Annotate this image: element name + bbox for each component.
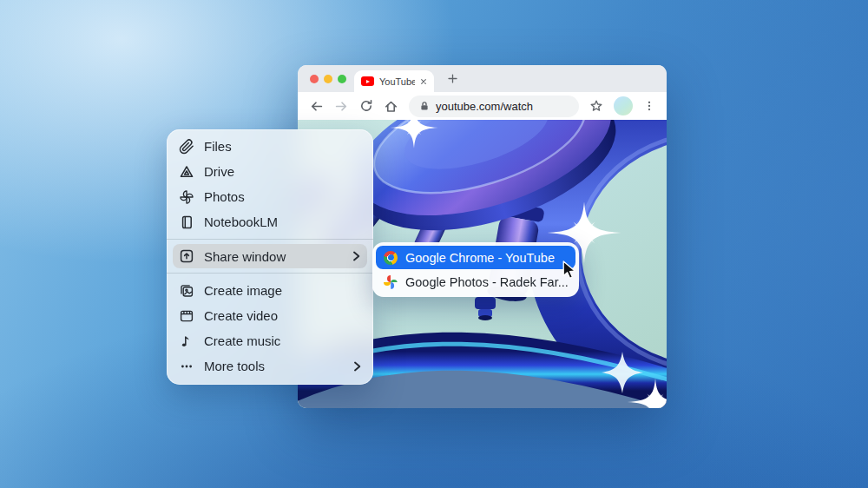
google-photos-icon — [384, 275, 398, 289]
lock-icon — [419, 101, 430, 111]
submenu-item-google-photos[interactable]: Google Photos - Radek Far... — [376, 270, 575, 293]
address-bar[interactable]: youtube.com/watch — [409, 96, 579, 117]
bookmark-star-icon[interactable] — [589, 99, 603, 113]
tab-youtube[interactable]: YouTube — [354, 70, 434, 92]
menu-item-label: More tools — [204, 359, 265, 373]
chevron-right-icon — [352, 250, 360, 262]
fullscreen-window-button[interactable] — [338, 75, 346, 83]
tab-title: YouTube — [379, 76, 415, 87]
menu-item-more-tools[interactable]: More tools — [167, 353, 373, 379]
mouse-cursor — [562, 260, 577, 280]
menu-divider — [167, 273, 373, 274]
tab-strip: YouTube — [298, 65, 667, 92]
profile-avatar[interactable] — [614, 96, 633, 115]
menu-item-share-window[interactable]: Share window — [173, 244, 367, 268]
url-text: youtube.com/watch — [436, 100, 533, 113]
minimize-window-button[interactable] — [324, 75, 332, 83]
desktop-background: YouTube — [0, 0, 868, 488]
notebook-icon — [178, 214, 194, 230]
share-window-submenu: Google Chrome - YouTube Google Photos - … — [372, 242, 579, 297]
menu-item-label: Drive — [204, 164, 234, 179]
submenu-item-label: Google Photos - Radek Far... — [405, 275, 568, 289]
photos-pinwheel-icon — [178, 188, 194, 205]
menu-item-label: Photos — [204, 189, 245, 204]
context-menu: Files Drive Photos NotebookLM Shar — [167, 129, 373, 385]
tab-close-icon[interactable] — [420, 78, 427, 85]
music-note-icon — [178, 333, 194, 349]
menu-divider — [167, 239, 373, 240]
new-tab-button[interactable] — [447, 73, 458, 84]
kebab-menu-icon[interactable] — [643, 99, 655, 113]
create-video-icon — [178, 307, 194, 324]
menu-item-label: Share window — [204, 249, 286, 264]
menu-item-label: Files — [204, 139, 232, 154]
menu-item-create-music[interactable]: Create music — [167, 328, 373, 353]
menu-item-label: Create video — [204, 308, 278, 323]
menu-item-label: Create image — [204, 283, 282, 298]
paperclip-icon — [178, 138, 194, 155]
youtube-favicon — [361, 76, 374, 86]
menu-item-create-video[interactable]: Create video — [167, 303, 373, 328]
chevron-right-icon — [352, 360, 361, 373]
menu-item-create-image[interactable]: Create image — [167, 278, 373, 303]
submenu-item-label: Google Chrome - YouTube — [405, 251, 555, 265]
menu-item-label: NotebookLM — [204, 214, 278, 229]
submenu-item-chrome-youtube[interactable]: Google Chrome - YouTube — [376, 246, 575, 269]
reload-icon[interactable] — [359, 99, 373, 113]
create-image-icon — [178, 282, 194, 299]
home-icon[interactable] — [384, 99, 398, 114]
menu-item-photos[interactable]: Photos — [167, 184, 373, 209]
back-icon[interactable] — [309, 99, 324, 114]
forward-icon[interactable] — [334, 99, 349, 114]
drive-icon — [178, 163, 194, 180]
close-window-button[interactable] — [310, 75, 319, 83]
browser-toolbar: youtube.com/watch — [298, 92, 667, 120]
more-tools-icon — [178, 358, 194, 374]
chrome-icon — [384, 251, 398, 265]
share-window-icon — [178, 248, 194, 265]
menu-item-files[interactable]: Files — [167, 134, 373, 159]
menu-item-label: Create music — [204, 333, 280, 348]
menu-item-drive[interactable]: Drive — [167, 159, 373, 184]
window-controls — [310, 75, 346, 83]
menu-item-notebooklm[interactable]: NotebookLM — [167, 209, 373, 234]
